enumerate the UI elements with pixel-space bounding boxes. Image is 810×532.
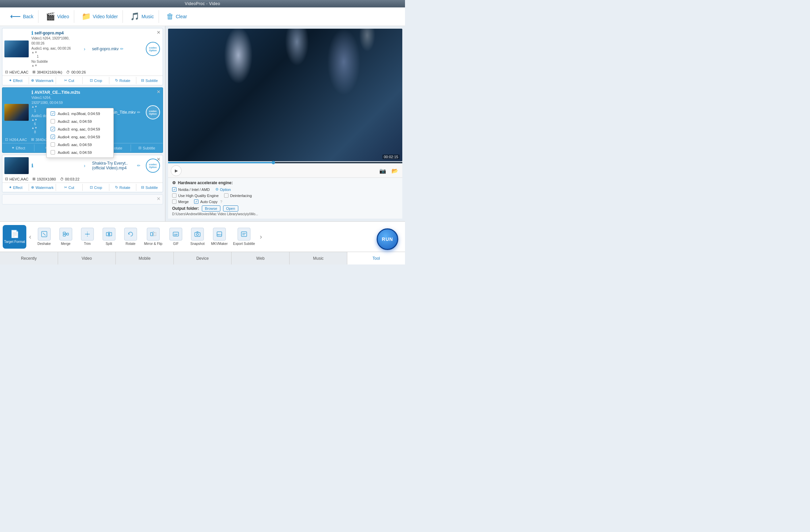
edit-output-name-icon[interactable]: ✏ (120, 47, 124, 51)
output-folder-row: Output folder: Browse Open (172, 205, 398, 212)
scroll-left-button[interactable]: ‹ (28, 233, 33, 240)
edit-shakira-output-icon[interactable]: ✏ (137, 163, 141, 168)
open-button[interactable]: Open (223, 205, 238, 212)
svg-rect-13 (150, 232, 152, 236)
close-partial-button[interactable]: ✕ (157, 196, 161, 201)
shakira-effect-button[interactable]: ✦ Effect (2, 184, 29, 191)
tab-mobile[interactable]: Mobile (116, 252, 174, 265)
video-button[interactable]: 🎬 Video (41, 10, 74, 23)
back-button[interactable]: ⟵ Back (5, 10, 38, 23)
tab-video[interactable]: Video (58, 252, 116, 265)
audio-dropdown-item-2[interactable]: ✓ Audio3: eng, aac, 0:04:59 (47, 125, 113, 133)
gopro-output-name: self-gopro.mkv ✏ (92, 47, 141, 51)
shakira-expand-arrow[interactable]: › (82, 163, 87, 168)
settings-panel: ⚙ Hardware accelerate engine: ✓ Nvidia /… (168, 178, 402, 219)
gopro-info: ℹ self-gopro.mp4 Video1 h264, 1920*1080,… (31, 30, 80, 67)
music-button[interactable]: 🎵 Music (126, 10, 159, 23)
tab-music[interactable]: Music (290, 252, 347, 265)
watermark-icon: ⊕ (31, 78, 34, 83)
merge-checkbox[interactable] (172, 199, 177, 204)
avatar-effect-button[interactable]: ✦ Effect (2, 144, 34, 151)
stage-lights (168, 29, 402, 161)
run-button[interactable]: RUN (377, 228, 398, 250)
close-gopro-button[interactable]: ✕ (157, 30, 161, 35)
tool-merge[interactable]: Merge (56, 226, 76, 247)
scroll-right-button[interactable]: › (259, 233, 263, 240)
tool-mkvmaker[interactable]: MKV MKVMaker (209, 226, 229, 247)
autocopy-checkbox[interactable]: ✓ (194, 199, 198, 204)
gopro-crop-button[interactable]: ⊡ Crop (83, 77, 109, 84)
deinterlacing-checkbox[interactable] (224, 193, 228, 198)
tab-device[interactable]: Device (174, 252, 232, 265)
edit-avatar-output-icon[interactable]: ✏ (137, 110, 141, 115)
snapshot-icon (191, 228, 204, 240)
snapshot-label: Snapshot (190, 242, 205, 246)
hw-option-button[interactable]: ⚙ Option (215, 187, 231, 192)
audio-check-5[interactable] (51, 150, 55, 154)
tab-tool[interactable]: Tool (347, 252, 405, 265)
target-format-button[interactable]: 📄 Target Format (3, 225, 26, 249)
svg-rect-21 (241, 232, 247, 236)
merge-label: Merge (61, 242, 70, 246)
tool-mirror-flip[interactable]: Mirror & Flip (142, 226, 164, 247)
audio-check-2[interactable]: ✓ (51, 127, 55, 131)
tool-snapshot[interactable]: Snapshot (187, 226, 208, 247)
deshake-label: Deshake (37, 242, 51, 246)
tab-recently[interactable]: Recently (0, 252, 58, 265)
gopro-spec-list: ⊡ HEVC,AAC ⊞ 3840X2160(4k) ⏱ 00:00:26 (5, 70, 160, 74)
gopro-subtitle-button[interactable]: ⊟ Subtitle (136, 77, 163, 84)
camera-icon-button[interactable]: 📷 (378, 167, 387, 175)
tool-deshake[interactable]: Deshake (34, 226, 54, 247)
audio-dropdown-item-1[interactable]: Audio2: aac, 0:04:59 (47, 117, 113, 125)
clear-icon: 🗑 (166, 12, 174, 21)
gopro-rotate-button[interactable]: ↻ Rotate (109, 77, 136, 84)
clear-button[interactable]: 🗑 Clear (162, 10, 192, 23)
audio-dropdown-item-5[interactable]: Audio6: aac, 0:04:59 (47, 148, 113, 156)
gopro-watermark-button[interactable]: ⊕ Watermark (29, 77, 56, 84)
tool-gif[interactable]: GIF GIF (166, 226, 186, 247)
video-folder-button[interactable]: 📁 Video folder (77, 10, 123, 23)
tool-split[interactable]: Split (99, 226, 119, 247)
audio-check-3[interactable]: ✓ (51, 135, 55, 139)
subtitle-icon-2: ⊟ (139, 146, 142, 150)
avatar-subtitle-button[interactable]: ⊟ Subtitle (131, 144, 163, 151)
nvidia-checkbox[interactable]: ✓ (172, 187, 177, 192)
gopro-codec-badge[interactable]: codec Option (146, 42, 160, 56)
tool-rotate[interactable]: Rotate (120, 226, 141, 247)
tab-web[interactable]: Web (231, 252, 290, 265)
audio-dropdown-item-0[interactable]: ✓ Audio1: mp3float, 0:04:59 (47, 110, 113, 117)
split-label: Split (106, 242, 112, 246)
shakira-crop-button[interactable]: ⊡ Crop (83, 184, 109, 191)
audio-dropdown-item-4[interactable]: Audio5: aac, 0:04:59 (47, 141, 113, 148)
gopro-effect-button[interactable]: ✦ Effect (2, 77, 29, 84)
folder-open-icon-button[interactable]: 📂 (390, 167, 400, 175)
close-avatar-button[interactable]: ✕ (157, 89, 161, 95)
gopro-expand-arrow[interactable]: › (82, 46, 87, 52)
shakira-watermark-button[interactable]: ⊕ Watermark (29, 184, 56, 191)
tool-export-subtitle[interactable]: Export Subtitle (231, 226, 257, 247)
tool-trim[interactable]: Trim (77, 226, 98, 247)
avatar-input-name: ℹ AVATAR_CE...Title.m2ts (31, 90, 64, 95)
codec-icon-2: ⊡ (5, 137, 8, 142)
audio-check-4[interactable] (51, 143, 55, 147)
mkvmaker-label: MKVMaker (211, 242, 227, 246)
browse-button[interactable]: Browse (202, 205, 221, 212)
gopro-cut-button[interactable]: ✂ Cut (56, 77, 83, 84)
svg-rect-17 (195, 232, 200, 236)
shakira-subtitle-button[interactable]: ⊟ Subtitle (136, 184, 163, 191)
audio-check-0[interactable]: ✓ (51, 111, 55, 116)
gopro-output: self-gopro.mkv ✏ (90, 47, 143, 51)
play-button[interactable]: ▶ (171, 165, 182, 176)
svg-text:GIF: GIF (174, 233, 178, 236)
avatar-codec-badge[interactable]: codec Option (146, 105, 160, 119)
audio-check-1[interactable] (51, 119, 55, 123)
high-quality-checkbox[interactable] (172, 193, 177, 198)
close-shakira-button[interactable]: ✕ (157, 156, 161, 162)
preview-progress-bar[interactable] (168, 162, 402, 163)
audio-dropdown-item-3[interactable]: ✓ Audio4: eng, aac, 0:04:59 (47, 133, 113, 141)
shakira-cut-button[interactable]: ✂ Cut (56, 184, 83, 191)
progress-fill (168, 162, 273, 163)
shakira-rotate-button[interactable]: ↻ Rotate (109, 184, 136, 191)
rotate-label-bottom: Rotate (126, 242, 135, 246)
resolution-icon: ⊞ (32, 70, 35, 74)
